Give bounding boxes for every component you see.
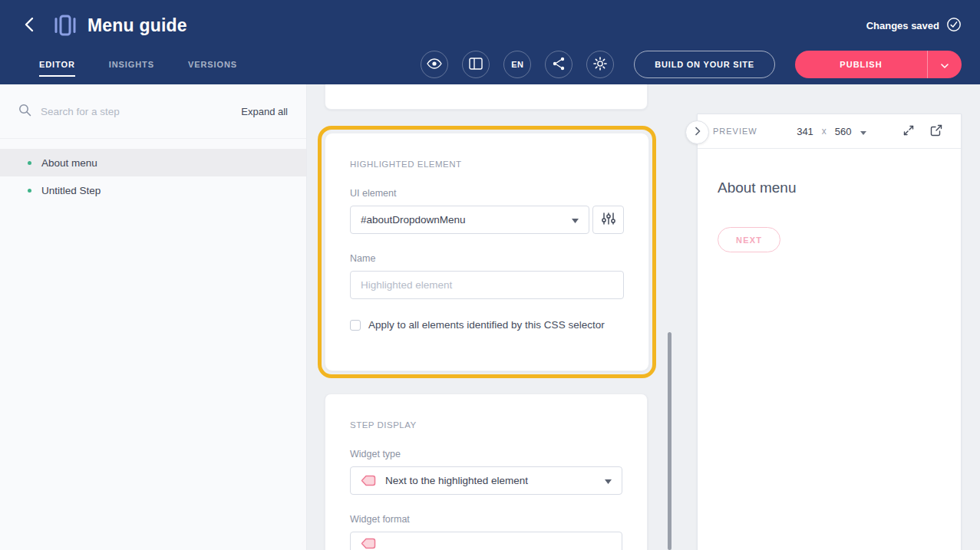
step-display-card: STEP DISPLAY Widget type Next to the hig… xyxy=(325,394,648,550)
build-on-your-site-button[interactable]: BUILD ON YOUR SITE xyxy=(634,51,775,78)
main-area: Expand all About menu Untitled Step HIGH… xyxy=(0,84,980,550)
step-search-input[interactable] xyxy=(41,106,232,117)
preview-panel: PREVIEW 341 x 560 xyxy=(697,114,962,550)
tooltip-widget-icon xyxy=(361,537,376,550)
step-item-untitled-step[interactable]: Untitled Step xyxy=(0,176,306,204)
sliders-icon xyxy=(602,212,615,227)
tab-editor[interactable]: EDITOR xyxy=(39,44,75,84)
guide-logo-icon xyxy=(54,14,77,37)
layout-icon xyxy=(469,58,483,72)
gear-icon xyxy=(593,57,607,73)
tab-insights[interactable]: INSIGHTS xyxy=(109,44,154,84)
widget-type-label: Widget type xyxy=(350,449,622,459)
next-button[interactable]: NEXT xyxy=(718,227,780,252)
ui-element-row: #aboutDropdownMenu xyxy=(350,206,624,234)
app-root: Menu guide Changes saved EDITOR INSIGHTS… xyxy=(0,0,980,550)
chevron-down-icon xyxy=(572,214,579,226)
saved-check-icon xyxy=(946,17,962,35)
language-button[interactable]: EN xyxy=(503,51,531,78)
editor-canvas: HIGHLIGHTED ELEMENT UI element #aboutDro… xyxy=(307,84,697,550)
page-title: Menu guide xyxy=(87,15,187,36)
tab-versions[interactable]: VERSIONS xyxy=(188,44,237,84)
preview-size-select[interactable]: 341 x 560 xyxy=(790,126,866,137)
chevron-down-icon xyxy=(941,59,949,71)
steps-sidebar: Expand all About menu Untitled Step xyxy=(0,84,307,550)
step-status-dot xyxy=(28,161,31,165)
apply-all-checkbox[interactable] xyxy=(350,320,361,331)
share-icon xyxy=(553,57,565,73)
layout-button[interactable] xyxy=(462,51,490,78)
section-title: STEP DISPLAY xyxy=(350,420,622,430)
widget-type-value: Next to the highlighted element xyxy=(385,475,605,486)
header-toolbar-row: EDITOR INSIGHTS VERSIONS EN xyxy=(18,44,962,84)
header-actions: EN BUILD ON YOUR SITE PUBLISH xyxy=(421,51,962,78)
editor-tabs: EDITOR INSIGHTS VERSIONS xyxy=(39,44,237,84)
step-search-row: Expand all xyxy=(0,84,306,139)
publish-options-button[interactable] xyxy=(927,51,962,78)
chevron-left-icon xyxy=(24,17,35,35)
eye-icon xyxy=(427,58,442,71)
share-button[interactable] xyxy=(545,51,572,78)
preview-column: PREVIEW 341 x 560 xyxy=(697,84,980,550)
preview-step-title: About menu xyxy=(718,179,941,196)
ui-element-label: UI element xyxy=(350,188,624,199)
publish-button[interactable]: PUBLISH xyxy=(795,51,927,78)
expand-preview-button[interactable] xyxy=(899,122,918,140)
editor-scrollbar[interactable] xyxy=(668,332,671,550)
external-link-icon xyxy=(930,124,942,139)
element-selector-settings-button[interactable] xyxy=(592,206,624,234)
highlighted-section-ring: HIGHLIGHTED ELEMENT UI element #aboutDro… xyxy=(318,126,656,378)
preview-title: PREVIEW xyxy=(713,127,757,136)
apply-all-label: Apply to all elements identified by this… xyxy=(368,319,605,331)
preview-body: About menu NEXT xyxy=(698,149,961,271)
back-button[interactable] xyxy=(18,15,40,36)
settings-button[interactable] xyxy=(586,51,614,78)
step-list: About menu Untitled Step xyxy=(0,139,306,204)
chevron-down-icon xyxy=(605,475,612,486)
step-label: About menu xyxy=(41,157,97,169)
expand-icon xyxy=(902,124,915,139)
preview-header: PREVIEW 341 x 560 xyxy=(698,114,961,149)
ui-element-select[interactable]: #aboutDropdownMenu xyxy=(350,206,589,234)
chevron-down-icon xyxy=(860,126,866,137)
changes-saved-status: Changes saved xyxy=(866,17,962,35)
tooltip-widget-icon xyxy=(361,474,376,487)
preview-height-value: 560 xyxy=(835,126,852,137)
chevron-right-icon xyxy=(695,127,701,138)
top-header: Menu guide Changes saved EDITOR INSIGHTS… xyxy=(0,0,980,84)
preview-actions xyxy=(899,122,945,140)
step-label: Untitled Step xyxy=(41,185,101,196)
widget-format-select[interactable] xyxy=(350,532,622,550)
collapse-preview-button[interactable] xyxy=(685,120,709,144)
ui-element-value: #aboutDropdownMenu xyxy=(361,214,572,226)
widget-type-select[interactable]: Next to the highlighted element xyxy=(350,466,622,495)
publish-button-group: PUBLISH xyxy=(795,51,962,78)
highlighted-element-card: HIGHLIGHTED ELEMENT UI element #aboutDro… xyxy=(325,133,649,371)
search-icon xyxy=(18,104,31,120)
section-title: HIGHLIGHTED ELEMENT xyxy=(350,160,624,169)
name-label: Name xyxy=(350,253,624,264)
step-item-about-menu[interactable]: About menu xyxy=(0,149,306,176)
previous-settings-card-partial xyxy=(325,84,648,110)
size-separator: x xyxy=(822,126,827,137)
header-title-row: Menu guide Changes saved xyxy=(18,0,962,44)
step-status-dot xyxy=(28,189,31,193)
expand-all-button[interactable]: Expand all xyxy=(241,106,288,117)
open-in-new-tab-button[interactable] xyxy=(927,122,945,140)
preview-eye-button[interactable] xyxy=(421,51,448,78)
element-name-input[interactable] xyxy=(350,271,624,299)
preview-width-value: 341 xyxy=(797,126,813,137)
widget-format-label: Widget format xyxy=(350,514,622,525)
changes-saved-label: Changes saved xyxy=(866,20,939,31)
apply-all-row[interactable]: Apply to all elements identified by this… xyxy=(350,319,624,331)
